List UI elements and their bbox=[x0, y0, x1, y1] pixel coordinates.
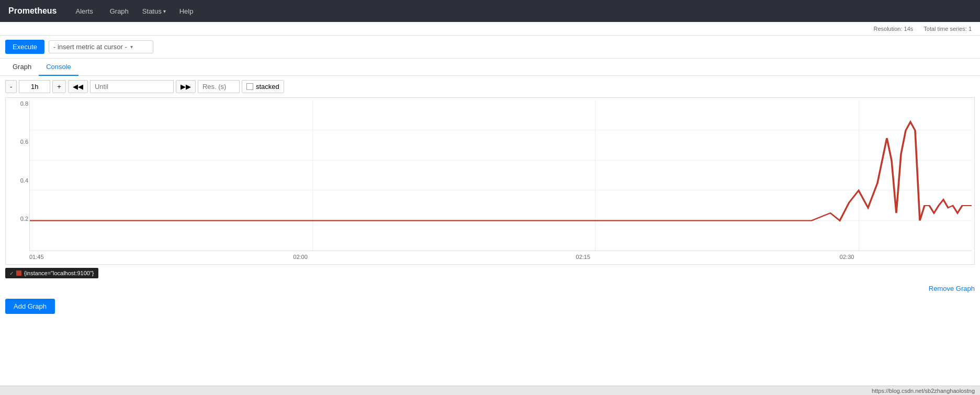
duration-input[interactable] bbox=[19, 80, 50, 93]
x-label-0200: 02:00 bbox=[293, 254, 308, 260]
nav-graph[interactable]: Graph bbox=[107, 5, 132, 17]
app-brand: Prometheus bbox=[8, 6, 57, 16]
metric-selector[interactable]: - insert metric at cursor - ▾ bbox=[49, 40, 153, 53]
chart-svg bbox=[30, 100, 972, 251]
zoom-in-button[interactable]: + bbox=[52, 80, 66, 93]
y-label-08: 0.8 bbox=[8, 100, 28, 107]
status-dropdown-arrow: ▾ bbox=[163, 8, 166, 14]
total-time-series-label: Total time series: 1 bbox=[923, 26, 972, 32]
legend-item[interactable]: ✓ {instance="localhost:9100"} bbox=[5, 268, 98, 278]
stacked-label[interactable]: stacked bbox=[242, 80, 284, 93]
tab-console[interactable]: Console bbox=[39, 59, 78, 76]
x-label-0230: 02:30 bbox=[840, 254, 854, 260]
stacked-text: stacked bbox=[256, 83, 279, 91]
top-info-bar: Resolution: 14s Total time series: 1 bbox=[0, 22, 980, 36]
until-input[interactable] bbox=[90, 80, 174, 93]
legend-row: ✓ {instance="localhost:9100"} bbox=[5, 268, 975, 278]
add-graph-button[interactable]: Add Graph bbox=[5, 299, 55, 314]
graph-actions-row: Remove Graph bbox=[0, 281, 980, 296]
chart-line bbox=[30, 122, 972, 221]
x-label-0215: 02:15 bbox=[576, 254, 591, 260]
legend-color-box bbox=[16, 270, 21, 276]
add-graph-row: Add Graph bbox=[0, 296, 980, 319]
x-label-0145: 01:45 bbox=[29, 254, 44, 260]
tabs-row: Graph Console bbox=[0, 59, 980, 76]
query-row: Execute - insert metric at cursor - ▾ bbox=[0, 36, 980, 59]
legend-check-icon: ✓ bbox=[9, 270, 14, 276]
nav-status-label: Status bbox=[142, 7, 162, 15]
stacked-checkbox[interactable] bbox=[246, 83, 253, 90]
y-label-06: 0.6 bbox=[8, 139, 28, 145]
chart-inner: 0.8 0.6 0.4 0.2 bbox=[6, 98, 974, 264]
x-axis: 01:45 02:00 02:15 02:30 bbox=[29, 252, 972, 262]
y-axis: 0.8 0.6 0.4 0.2 bbox=[6, 98, 29, 264]
remove-graph-link[interactable]: Remove Graph bbox=[929, 285, 975, 292]
navbar: Prometheus Alerts Graph Status ▾ Help bbox=[0, 0, 980, 22]
forward-button[interactable]: ▶▶ bbox=[176, 80, 196, 93]
resolution-label: Resolution: 14s bbox=[873, 26, 913, 32]
y-label-04: 0.4 bbox=[8, 177, 28, 184]
execute-button[interactable]: Execute bbox=[5, 40, 44, 54]
y-label-02: 0.2 bbox=[8, 216, 28, 222]
metric-dropdown-arrow: ▾ bbox=[130, 44, 133, 50]
controls-row: - + ◀◀ ▶▶ stacked bbox=[0, 76, 980, 97]
zoom-out-button[interactable]: - bbox=[5, 80, 17, 93]
nav-alerts[interactable]: Alerts bbox=[72, 5, 96, 17]
legend-label: {instance="localhost:9100"} bbox=[24, 270, 94, 276]
metric-placeholder-text: - insert metric at cursor - bbox=[53, 43, 127, 51]
back-button[interactable]: ◀◀ bbox=[68, 80, 88, 93]
tab-graph[interactable]: Graph bbox=[5, 59, 39, 76]
nav-status-dropdown[interactable]: Status ▾ bbox=[142, 7, 166, 15]
chart-plot bbox=[29, 100, 972, 251]
chart-container: 0.8 0.6 0.4 0.2 bbox=[5, 97, 975, 265]
resolution-input[interactable] bbox=[198, 80, 240, 93]
nav-help[interactable]: Help bbox=[176, 5, 197, 17]
